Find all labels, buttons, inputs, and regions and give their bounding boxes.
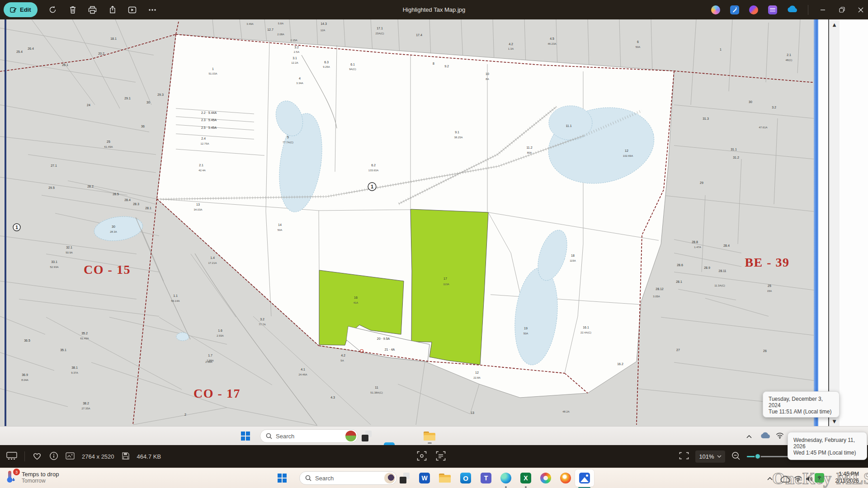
- taskbar-icon-outlook[interactable]: O: [460, 472, 472, 484]
- parcel-label: 28.3A: [110, 230, 117, 233]
- parcel-label: 22.8A: [473, 376, 481, 379]
- parcel-label: 48(C): [785, 59, 792, 61]
- parcel-label: 18: [571, 254, 575, 257]
- parcel-label: 31.3: [703, 117, 709, 120]
- onedrive-icon[interactable]: [787, 5, 798, 14]
- onedrive-cloud-icon[interactable]: [780, 474, 790, 484]
- parcel-label: 32.1: [66, 246, 72, 249]
- district-label: CO - 15: [84, 263, 131, 277]
- taskbar-icon-snip[interactable]: [399, 472, 410, 484]
- parcel-label: 19: [524, 327, 528, 330]
- visual-search-icon[interactable]: [417, 451, 427, 462]
- taskbar-icon-word[interactable]: W: [419, 472, 430, 484]
- parcel-label: 50A: [636, 46, 641, 48]
- start-button[interactable]: [278, 474, 287, 483]
- parcel-label: 26.1: [62, 63, 68, 66]
- weather-widget[interactable]: 3 Temps to drop Tomorrow: [5, 470, 59, 484]
- parcel-label: 2.08A: [277, 33, 284, 36]
- parcel-label: 12.2A: [291, 61, 298, 64]
- parcel-label: 26.4: [28, 47, 34, 50]
- parcel-label: 9.37A: [71, 371, 78, 374]
- slideshow-icon[interactable]: [128, 5, 137, 14]
- parcel-label: 17: [443, 277, 447, 280]
- hidden-icons-chevron-icon[interactable]: [765, 474, 775, 483]
- designer-icon[interactable]: [730, 5, 739, 14]
- tax-map-photo-canvas[interactable]: 151.03A3.22.5A3.112.2A43.34A577.7A(C)6.3…: [0, 0, 868, 488]
- rotate-icon[interactable]: [48, 5, 57, 14]
- parcel-label: 113A: [443, 283, 449, 286]
- fit-to-window-icon[interactable]: [679, 452, 689, 461]
- parcel-label: 12.7: [267, 28, 274, 31]
- taskbar-icon-excel[interactable]: X: [520, 472, 532, 484]
- weather-subtext: Tomorrow: [22, 478, 59, 484]
- zoom-out-icon[interactable]: [731, 451, 741, 462]
- vertical-scrollbar[interactable]: [829, 19, 840, 426]
- favorite-heart-icon[interactable]: [32, 451, 42, 462]
- parcel-label: 41A: [354, 301, 359, 304]
- parcel-label: 28.1: [676, 280, 682, 283]
- file-size-icon: [122, 452, 130, 461]
- weather-headline: Temps to drop: [22, 471, 59, 478]
- zoom-slider-thumb[interactable]: [755, 453, 761, 460]
- green-tray-app-icon[interactable]: [815, 473, 824, 483]
- photos-status-bar: 2764 x 2520 464.7 KB 101%: [0, 445, 868, 468]
- scroll-down-arrow-icon[interactable]: ▼: [829, 417, 840, 425]
- wallet-icon[interactable]: [768, 5, 777, 14]
- taskbar-icon-teams[interactable]: T: [480, 472, 492, 484]
- taskbar-icon-file-explorer[interactable]: [439, 474, 451, 483]
- parcel-label: 4.2: [341, 354, 345, 357]
- edit-button[interactable]: Edit: [4, 2, 38, 17]
- taskbar-icon-orange-app[interactable]: [560, 472, 571, 484]
- close-button[interactable]: [856, 5, 865, 14]
- delete-icon[interactable]: [68, 5, 77, 14]
- parcel-label: 1.6: [218, 329, 222, 332]
- tooltip-time: Wed 1:45 PM (Local time): [788, 450, 867, 456]
- parcel-label: 2.5A: [294, 51, 299, 53]
- taskbar-icon-paint[interactable]: [540, 472, 552, 484]
- parcel-label: 3.05A: [653, 295, 660, 298]
- volume-icon[interactable]: [804, 474, 814, 484]
- copilot-icon[interactable]: [711, 5, 720, 14]
- taskbar-clock[interactable]: 1:45 PM 2/11/2026: [830, 471, 859, 484]
- print-icon[interactable]: [88, 5, 97, 14]
- info-icon[interactable]: [49, 451, 58, 462]
- parcel-label: 59.14A: [171, 300, 179, 302]
- hidden-icons-chevron-icon: [746, 432, 752, 441]
- parcel-label: 26: [763, 349, 767, 352]
- taskbar-icon-edge[interactable]: [500, 472, 512, 484]
- parcel-label: 28.6: [677, 263, 683, 267]
- parcel-label: 8: [433, 62, 434, 65]
- clipchamp-icon[interactable]: [749, 5, 758, 14]
- restore-button[interactable]: [837, 5, 846, 14]
- parcel-label: 46.23A: [547, 42, 556, 45]
- parcel-label: 36: [141, 125, 145, 128]
- text-extract-icon[interactable]: [436, 451, 446, 462]
- right-side-panel: [818, 19, 868, 426]
- parcel-label: 115A: [570, 259, 576, 262]
- parcel-label: 9.1: [455, 131, 459, 134]
- parcel-label: 5.8A: [278, 22, 283, 25]
- scroll-up-arrow-icon[interactable]: ▲: [829, 20, 840, 28]
- zoom-level-dropdown[interactable]: 101%: [695, 450, 725, 463]
- taskbar-search-box[interactable]: Search: [299, 471, 397, 485]
- parcel-label: 52.93A: [50, 266, 58, 268]
- parcel-label: 4.3: [330, 396, 335, 399]
- search-highlight-image: [345, 431, 356, 441]
- filmstrip-icon[interactable]: [6, 452, 17, 461]
- parcel-label: 28.3: [133, 202, 139, 206]
- more-options-icon[interactable]: [148, 5, 157, 14]
- parcel-label: 1.1: [173, 294, 178, 297]
- onedrive-cloud-icon: [760, 432, 770, 441]
- parcel-label: 25: [107, 140, 110, 143]
- share-icon[interactable]: [108, 5, 117, 14]
- parcel-label: 80A: [527, 151, 532, 154]
- taskbar-icon-photos-active[interactable]: [579, 472, 590, 484]
- wifi-icon[interactable]: [793, 474, 803, 484]
- parcel-label: 29: [700, 181, 703, 184]
- tooltip-local-time-inner: Tuesday, December 3, 2024 Tue 11:51 AM (…: [763, 391, 840, 418]
- window-edge-stripe: [814, 19, 818, 426]
- parcel-label: 24: [87, 103, 90, 107]
- parcel-label: 14: [278, 223, 282, 226]
- image-dimensions: 2764 x 2520: [82, 453, 114, 460]
- minimize-button[interactable]: [818, 5, 827, 14]
